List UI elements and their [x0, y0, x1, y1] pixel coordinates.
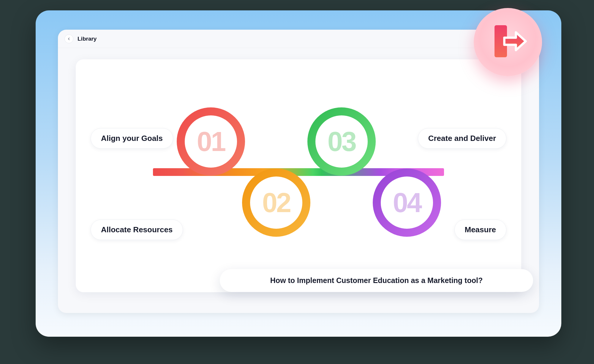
step-circle-2: 02	[242, 169, 310, 237]
step-number: 04	[393, 187, 421, 218]
breadcrumb[interactable]: Library	[78, 36, 97, 42]
step-circle-3: 03	[307, 107, 376, 176]
step-circle-4: 04	[373, 169, 441, 237]
chevron-left-icon	[67, 37, 71, 41]
topbar: Library	[58, 30, 539, 48]
app-frame: Library 01 02 03 04 Align your Go	[36, 10, 561, 337]
export-badge[interactable]	[474, 8, 542, 76]
step-number: 03	[328, 126, 356, 157]
step-label-1[interactable]: Align your Goals	[91, 128, 173, 149]
step-label-3[interactable]: Create and Deliver	[418, 128, 506, 149]
step-number: 01	[197, 126, 225, 157]
step-label-4[interactable]: Measure	[454, 220, 507, 240]
back-button[interactable]	[64, 34, 73, 43]
question-bar[interactable]: How to Implement Customer Education as a…	[220, 269, 533, 292]
step-number: 02	[262, 187, 290, 218]
export-arrow-icon	[486, 20, 530, 64]
diagram-canvas: 01 02 03 04 Align your Goals Allocate Re…	[76, 59, 521, 292]
step-circle-1: 01	[177, 107, 245, 176]
step-label-2[interactable]: Allocate Resources	[91, 220, 183, 240]
